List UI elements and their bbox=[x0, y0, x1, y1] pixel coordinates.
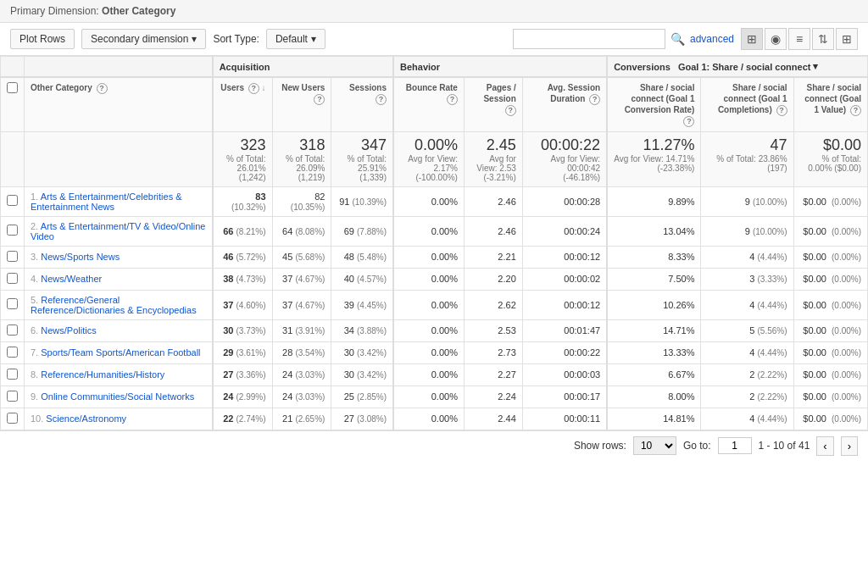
row-checkbox[interactable] bbox=[7, 298, 18, 309]
conv-rate-col-header[interactable]: Share / social connect (Goal 1 Conversio… bbox=[607, 77, 701, 131]
row-checkbox-cell[interactable] bbox=[1, 186, 25, 216]
goal-dropdown[interactable]: Goal 1: Share / social connect ▾ bbox=[678, 61, 819, 72]
help-icon[interactable]: ? bbox=[248, 83, 259, 94]
help-icon[interactable]: ? bbox=[505, 105, 516, 116]
category-link[interactable]: Online Communities/Social Networks bbox=[41, 391, 194, 402]
row-checkbox-cell[interactable] bbox=[1, 268, 25, 290]
row-new-users: 21 (2.65%) bbox=[272, 408, 331, 430]
grid-view-icon[interactable]: ⊞ bbox=[741, 28, 763, 50]
totals-new-users: 318 % of Total: 26.09% (1,219) bbox=[272, 131, 331, 186]
row-number: 10. bbox=[31, 413, 43, 424]
row-pages-session: 2.20 bbox=[464, 268, 522, 290]
rows-select[interactable]: 10 25 50 100 bbox=[633, 436, 676, 455]
row-checkbox-cell[interactable] bbox=[1, 216, 25, 246]
row-checkbox[interactable] bbox=[7, 273, 18, 284]
completions-col-header[interactable]: Share / social connect (Goal 1 Completio… bbox=[701, 77, 793, 131]
category-link[interactable]: Reference/Humanities/History bbox=[41, 369, 164, 380]
category-link[interactable]: Sports/Team Sports/American Football bbox=[41, 347, 200, 358]
chevron-down-icon: ▾ bbox=[192, 33, 197, 45]
row-avg-duration: 00:00:12 bbox=[522, 290, 607, 319]
row-completions: 5 (5.56%) bbox=[701, 319, 793, 341]
prev-page-button[interactable]: ‹ bbox=[816, 436, 833, 456]
row-checkbox[interactable] bbox=[7, 225, 18, 236]
row-pages-session: 2.24 bbox=[464, 386, 522, 408]
help-icon[interactable]: ? bbox=[683, 116, 694, 127]
help-icon[interactable]: ? bbox=[589, 94, 600, 105]
chevron-down-icon: ▾ bbox=[813, 61, 818, 72]
go-to-input[interactable] bbox=[718, 437, 752, 454]
other-category-col-header: Other Category ? bbox=[25, 77, 213, 131]
row-checkbox[interactable] bbox=[7, 413, 18, 424]
next-page-button[interactable]: › bbox=[841, 436, 858, 456]
table-row: 3. News/Sports News 46 (5.72%) 45 (5.68%… bbox=[1, 246, 868, 268]
help-icon[interactable]: ? bbox=[376, 94, 387, 105]
row-completions: 2 (2.22%) bbox=[701, 363, 793, 386]
pivot-view-icon[interactable]: ⊞ bbox=[836, 28, 858, 50]
advanced-link[interactable]: advanced bbox=[690, 33, 734, 45]
compare-view-icon[interactable]: ⇅ bbox=[812, 28, 834, 50]
pie-view-icon[interactable]: ◉ bbox=[765, 28, 787, 50]
table-row: 1. Arts & Entertainment/Celebrities & En… bbox=[1, 186, 868, 216]
row-checkbox[interactable] bbox=[7, 347, 18, 358]
avg-session-col-header[interactable]: Avg. Session Duration ? bbox=[522, 77, 607, 131]
checkbox-all[interactable] bbox=[1, 77, 25, 131]
sort-type-dropdown[interactable]: Default ▾ bbox=[266, 29, 326, 49]
row-conv-rate: 13.33% bbox=[607, 341, 701, 363]
row-bounce-rate: 0.00% bbox=[393, 408, 464, 430]
category-link[interactable]: News/Weather bbox=[41, 274, 102, 284]
row-users: 83 (10.32%) bbox=[213, 186, 272, 216]
row-bounce-rate: 0.00% bbox=[393, 363, 464, 386]
totals-completions: 47 % of Total: 23.86% (197) bbox=[701, 131, 793, 186]
category-link[interactable]: News/Politics bbox=[41, 325, 96, 336]
bar-view-icon[interactable]: ≡ bbox=[788, 28, 810, 50]
help-icon[interactable]: ? bbox=[850, 105, 861, 116]
new-users-col-header[interactable]: New Users ? bbox=[272, 77, 331, 131]
row-value: $0.00 (0.00%) bbox=[793, 386, 867, 408]
totals-avg-duration: 00:00:22 Avg for View: 00:00:42 (-46.18%… bbox=[522, 131, 607, 186]
category-link[interactable]: Arts & Entertainment/TV & Video/Online V… bbox=[31, 221, 205, 241]
row-checkbox-cell[interactable] bbox=[1, 386, 25, 408]
category-header-empty bbox=[25, 57, 213, 78]
sessions-col-header[interactable]: Sessions ? bbox=[331, 77, 393, 131]
row-new-users: 24 (3.03%) bbox=[272, 386, 331, 408]
row-completions: 4 (4.44%) bbox=[701, 408, 793, 430]
search-input[interactable] bbox=[513, 29, 665, 49]
help-icon[interactable]: ? bbox=[314, 94, 325, 105]
bounce-rate-col-header[interactable]: Bounce Rate ? bbox=[393, 77, 464, 131]
pages-session-col-header[interactable]: Pages / Session ? bbox=[464, 77, 522, 131]
plot-rows-button[interactable]: Plot Rows bbox=[10, 29, 75, 49]
row-checkbox-cell[interactable] bbox=[1, 319, 25, 341]
row-checkbox[interactable] bbox=[7, 369, 18, 380]
users-col-header[interactable]: Users ? ↓ bbox=[213, 77, 272, 131]
help-icon[interactable]: ? bbox=[776, 105, 787, 116]
row-checkbox-cell[interactable] bbox=[1, 290, 25, 319]
row-avg-duration: 00:00:22 bbox=[522, 341, 607, 363]
row-completions: 9 (10.00%) bbox=[701, 216, 793, 246]
category-link[interactable]: News/Sports News bbox=[41, 252, 120, 262]
row-avg-duration: 00:00:24 bbox=[522, 216, 607, 246]
row-new-users: 82 (10.35%) bbox=[272, 186, 331, 216]
row-checkbox-cell[interactable] bbox=[1, 246, 25, 268]
row-checkbox[interactable] bbox=[7, 195, 18, 206]
totals-sessions: 347 % of Total: 25.91% (1,339) bbox=[331, 131, 393, 186]
row-bounce-rate: 0.00% bbox=[393, 386, 464, 408]
row-checkbox-cell[interactable] bbox=[1, 363, 25, 386]
select-all-checkbox[interactable] bbox=[7, 82, 18, 93]
row-checkbox[interactable] bbox=[7, 325, 18, 336]
value-col-header[interactable]: Share / social connect (Goal 1 Value) ? bbox=[793, 77, 867, 131]
row-sessions: 27 (3.08%) bbox=[331, 408, 393, 430]
row-checkbox-cell[interactable] bbox=[1, 341, 25, 363]
category-link[interactable]: Science/Astronomy bbox=[46, 413, 126, 424]
help-icon[interactable]: ? bbox=[97, 83, 108, 94]
help-icon[interactable]: ? bbox=[447, 94, 458, 105]
secondary-dimension-dropdown[interactable]: Secondary dimension ▾ bbox=[81, 29, 206, 49]
row-checkbox[interactable] bbox=[7, 391, 18, 402]
go-to-label: Go to: bbox=[683, 440, 711, 452]
category-link[interactable]: Arts & Entertainment/Celebrities & Enter… bbox=[31, 191, 182, 212]
row-checkbox[interactable] bbox=[7, 251, 18, 262]
row-category-cell: 3. News/Sports News bbox=[25, 246, 213, 268]
row-conv-rate: 14.81% bbox=[607, 408, 701, 430]
search-icon[interactable]: 🔍 bbox=[670, 32, 685, 46]
category-link[interactable]: Reference/General Reference/Dictionaries… bbox=[31, 295, 197, 315]
row-checkbox-cell[interactable] bbox=[1, 408, 25, 430]
